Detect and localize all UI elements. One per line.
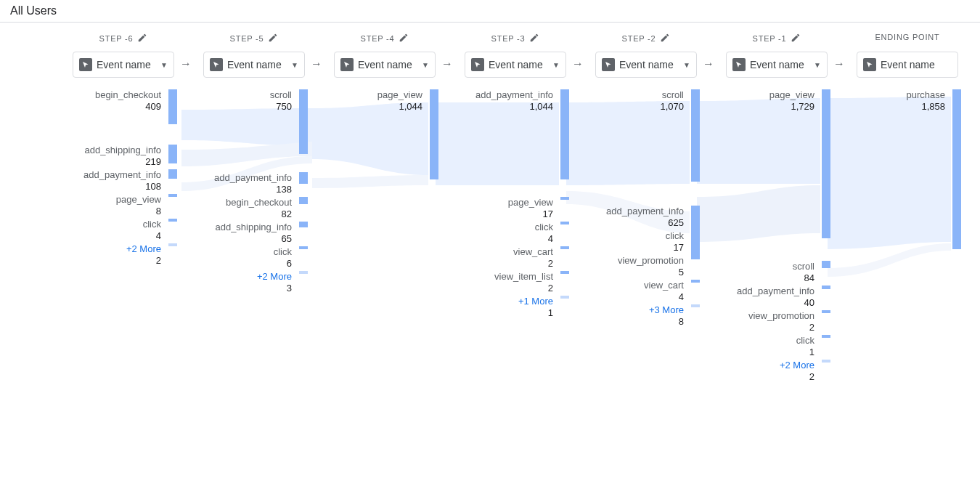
node-bar[interactable]: [560, 271, 569, 274]
node-bar[interactable]: [299, 246, 308, 249]
chevron-down-icon: ▼: [422, 61, 429, 69]
node-label: view_cart: [452, 246, 553, 258]
node-bar[interactable]: [560, 222, 569, 224]
node-bar[interactable]: [168, 89, 177, 124]
node-bar[interactable]: [822, 335, 830, 338]
node-bar[interactable]: [299, 271, 308, 274]
path-node[interactable]: click 6: [190, 246, 292, 270]
node-label: scroll: [190, 89, 292, 101]
path-node[interactable]: begin_checkout 82: [190, 197, 292, 220]
node-bar[interactable]: [560, 197, 569, 200]
more-link[interactable]: +1 More 1: [452, 296, 553, 319]
cursor-icon: [732, 58, 746, 71]
node-value: 6: [190, 258, 292, 270]
more-link[interactable]: +2 More 3: [190, 271, 292, 294]
node-value: 750: [190, 101, 292, 113]
path-node[interactable]: add_shipping_info 219: [60, 145, 161, 168]
path-node[interactable]: view_cart 2: [452, 246, 553, 270]
node-label: purchase: [844, 89, 945, 101]
path-node[interactable]: page_view 8: [60, 194, 161, 217]
node-label: click: [713, 335, 814, 347]
path-node[interactable]: click 17: [582, 230, 684, 254]
cursor-icon: [210, 58, 223, 71]
node-bar[interactable]: [691, 255, 700, 258]
pencil-icon[interactable]: [660, 36, 670, 44]
more-link[interactable]: +2 More 2: [713, 360, 814, 383]
node-label: view_item_list: [452, 271, 553, 283]
node-label: add_payment_info: [60, 169, 161, 181]
path-node[interactable]: add_payment_info 138: [190, 172, 292, 195]
pencil-icon[interactable]: [137, 36, 147, 44]
ending-event-dropdown[interactable]: Event name: [857, 52, 958, 78]
path-node[interactable]: add_shipping_info 65: [190, 222, 292, 245]
node-bar[interactable]: [822, 261, 830, 268]
node-bar[interactable]: [952, 89, 961, 249]
pencil-icon[interactable]: [529, 36, 539, 44]
cursor-icon: [79, 58, 92, 71]
node-value: 4: [582, 291, 684, 303]
arrow-right-icon: →: [440, 57, 454, 70]
node-bar[interactable]: [560, 246, 569, 249]
path-node[interactable]: page_view 17: [452, 197, 553, 220]
node-bar[interactable]: [822, 89, 830, 238]
more-link[interactable]: +3 More 8: [582, 304, 684, 328]
node-bar[interactable]: [299, 89, 308, 154]
event-name-dropdown[interactable]: Event name▼: [726, 52, 828, 78]
path-node[interactable]: page_view 1,044: [321, 89, 422, 113]
path-node[interactable]: add_payment_info 1,044: [452, 89, 553, 113]
node-label: page_view: [321, 89, 422, 101]
path-node[interactable]: scroll 1,070: [582, 89, 684, 113]
node-bar[interactable]: [822, 286, 830, 289]
path-node[interactable]: click 4: [60, 219, 161, 242]
node-bar[interactable]: [299, 197, 308, 204]
path-node[interactable]: page_view 1,729: [713, 89, 814, 113]
more-link[interactable]: +2 More 2: [60, 243, 161, 267]
path-node[interactable]: add_payment_info 625: [582, 206, 684, 229]
node-bar[interactable]: [168, 219, 177, 222]
chevron-down-icon: ▼: [552, 61, 560, 69]
node-label: page_view: [60, 194, 161, 206]
path-node[interactable]: view_item_list 2: [452, 271, 553, 294]
node-bar[interactable]: [691, 89, 700, 182]
path-node[interactable]: add_payment_info 40: [713, 286, 814, 309]
node-bar[interactable]: [691, 304, 700, 307]
node-label: +2 More: [713, 360, 814, 371]
path-node[interactable]: click 4: [452, 222, 553, 245]
node-bar[interactable]: [822, 310, 830, 313]
node-bar[interactable]: [299, 222, 308, 227]
node-label: +1 More: [452, 296, 553, 307]
node-bar[interactable]: [691, 230, 700, 233]
node-value: 1,070: [582, 101, 684, 113]
event-name-dropdown[interactable]: Event name▼: [73, 52, 174, 78]
pencil-icon[interactable]: [791, 36, 801, 44]
event-name-dropdown[interactable]: Event name▼: [203, 52, 305, 78]
node-bar[interactable]: [560, 296, 569, 299]
path-node[interactable]: click 1: [713, 335, 814, 358]
node-bar[interactable]: [299, 172, 308, 184]
node-bar[interactable]: [691, 280, 700, 283]
pencil-icon[interactable]: [268, 36, 278, 44]
path-node[interactable]: begin_checkout 409: [60, 89, 161, 113]
step-header: STEP -5: [189, 33, 319, 44]
node-label: add_payment_info: [452, 89, 553, 101]
node-bar[interactable]: [168, 243, 177, 246]
node-bar[interactable]: [430, 89, 438, 179]
node-value: 625: [582, 217, 684, 229]
node-bar[interactable]: [168, 169, 177, 179]
path-node[interactable]: scroll 750: [190, 89, 292, 113]
path-node[interactable]: scroll 84: [713, 261, 814, 284]
node-value: 2: [713, 371, 814, 383]
path-node[interactable]: purchase 1,858: [844, 89, 945, 113]
path-node[interactable]: view_promotion 2: [713, 310, 814, 333]
node-bar[interactable]: [168, 145, 177, 163]
event-name-dropdown[interactable]: Event name▼: [595, 52, 697, 78]
event-name-dropdown[interactable]: Event name▼: [465, 52, 566, 78]
path-node[interactable]: view_promotion 5: [582, 255, 684, 278]
path-node[interactable]: add_payment_info 108: [60, 169, 161, 193]
pencil-icon[interactable]: [399, 36, 409, 44]
path-node[interactable]: view_cart 4: [582, 280, 684, 303]
node-bar[interactable]: [168, 194, 177, 197]
event-name-dropdown[interactable]: Event name▼: [334, 52, 436, 78]
node-bar[interactable]: [822, 360, 830, 363]
node-bar[interactable]: [560, 89, 569, 179]
